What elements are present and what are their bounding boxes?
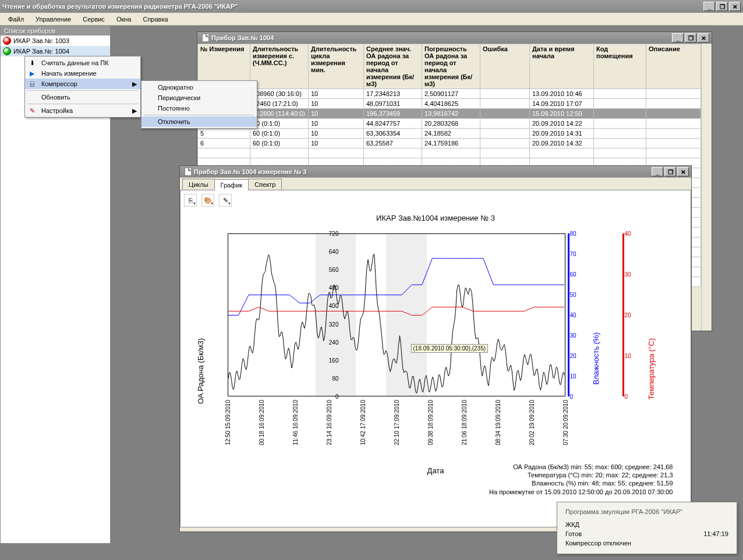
ctx-start-measure[interactable]: ▶Начать измерение: [25, 68, 140, 79]
menu-file[interactable]: Файл: [2, 15, 30, 24]
device-label: ИКАР Зав.№: 1004: [13, 48, 69, 55]
ctx-disable[interactable]: Отключить: [141, 116, 257, 127]
table-row[interactable]: 3412800 (114:40:0)10196,37345913,9816742…: [198, 109, 701, 119]
y3-tick-label: 30: [625, 271, 631, 278]
table-row[interactable]: 262460 (17:21:0)1048,09710314,4041862514…: [198, 99, 701, 109]
separator: [144, 115, 254, 115]
x-tick-label: 11:46 16:09:2010: [292, 400, 298, 445]
close-button[interactable]: ✕: [729, 2, 741, 11]
submenu-arrow-icon: ▶: [132, 80, 137, 88]
table-header[interactable]: Среднее знач. ОА радона за период от нач…: [364, 44, 422, 89]
ctx-once[interactable]: Однократно: [141, 82, 257, 93]
app-title: Чтение и обработка результатов измерения…: [2, 3, 703, 10]
y-tick-label: 720: [329, 231, 339, 237]
table-cell: 10: [309, 89, 364, 99]
table-header[interactable]: Длительность измерения с. (Ч.ММ.СС.): [250, 44, 309, 89]
y-right1-label: Влажность (%): [592, 332, 600, 385]
download-icon: ⬇: [27, 59, 37, 67]
chart-tooltip: (18.09.2010 05:30:00),(235): [411, 344, 489, 353]
close-button[interactable]: ✕: [677, 167, 689, 176]
table-header[interactable]: Погрешность ОА радона за период от начал…: [422, 44, 480, 89]
menu-windows[interactable]: Окна: [111, 15, 137, 24]
plot-area[interactable]: [228, 233, 565, 396]
table-cell: [480, 89, 530, 99]
table-cell: [594, 139, 646, 148]
device-list-item[interactable]: ИКАР Зав.№: 1003: [1, 36, 110, 46]
table-cell: 48,0971031: [364, 99, 422, 109]
table-header[interactable]: Ошибка: [480, 44, 530, 89]
table-header[interactable]: Код помещения: [594, 44, 646, 89]
ctx-periodic[interactable]: Периодически: [141, 93, 257, 103]
table-cell: 24,18582: [422, 129, 480, 139]
maximize-button[interactable]: ❐: [664, 167, 676, 176]
ctx-read-data[interactable]: ⬇Считать данные на ПК: [25, 58, 140, 68]
y3-tick-label: 0: [625, 394, 628, 400]
ctx-constant[interactable]: Постоянно: [141, 103, 257, 114]
table-cell: 60 (0:1:0): [250, 139, 309, 148]
tb-config-button[interactable]: ⎘: [184, 194, 197, 207]
app-titlebar[interactable]: Чтение и обработка результатов измерения…: [0, 0, 743, 13]
device-label: ИКАР Зав.№: 1003: [13, 37, 69, 44]
minimize-button[interactable]: _: [672, 33, 684, 42]
table-cell: 412800 (114:40:0): [250, 109, 309, 119]
maximize-button[interactable]: ❐: [685, 33, 696, 42]
minimize-button[interactable]: _: [652, 167, 663, 176]
chart-window-titlebar[interactable]: Прибор Зав.№ 1004 измерение № 3 _ ❐ ✕: [180, 166, 691, 178]
table-cell: 10: [309, 109, 364, 119]
tab-cycles[interactable]: Циклы: [182, 179, 215, 190]
table-row[interactable]: 560 (0:1:0)1063,306335424,1858220.09.201…: [198, 129, 701, 139]
table-header[interactable]: Описание: [646, 44, 701, 89]
table-cell: 63,3063354: [364, 129, 422, 139]
ctx-refresh[interactable]: Обновить: [25, 92, 140, 102]
y-tick-label: 0: [335, 394, 339, 400]
table-cell: 10: [309, 129, 364, 139]
ctx-settings[interactable]: ✎Настройка▶: [25, 105, 140, 116]
compressor-submenu: Однократно Периодически Постоянно Отключ…: [141, 80, 257, 129]
table-header[interactable]: Дата и время начала: [530, 44, 594, 89]
table-cell: [594, 99, 646, 109]
ctx-compressor[interactable]: ⌸Компрессор▶: [25, 79, 140, 89]
table-cell: 196,373459: [364, 109, 422, 119]
y2-tick-label: 60: [570, 271, 576, 278]
table-cell: [594, 89, 646, 99]
scrollbar[interactable]: [701, 44, 712, 331]
x-tick-label: 10:42 17:09:2010: [359, 400, 366, 445]
table-row[interactable]: 660 (0:1:0)1063,2558724,175918620.09.201…: [198, 139, 701, 148]
table-row[interactable]: [198, 148, 701, 158]
table-cell: 6: [198, 139, 250, 148]
tb-palette-button[interactable]: 🎨: [201, 194, 214, 207]
table-cell: 44,8247757: [364, 119, 422, 129]
table-cell: 13,9816742: [422, 109, 480, 119]
status-balloon[interactable]: Программа эмуляции РГА-2006 "ИКАР" ЖКД Г…: [557, 502, 737, 554]
y-tick-label: 240: [329, 339, 339, 345]
chart-stats: ОА Радона (Бк/м3) min: 55; max: 600; сре…: [489, 463, 673, 496]
y-right1-axis-icon: [568, 233, 569, 396]
menu-service[interactable]: Сервис: [77, 15, 111, 24]
table-cell: 62460 (17:21:0): [250, 99, 309, 109]
status-ok-icon: [3, 47, 11, 55]
document-icon: [185, 168, 192, 176]
tab-spectrum[interactable]: Спектр: [248, 179, 282, 190]
tab-graph[interactable]: График: [214, 179, 249, 190]
device-list-item[interactable]: ИКАР Зав.№: 1004: [1, 46, 110, 56]
maximize-button[interactable]: ❐: [716, 2, 728, 11]
table-row[interactable]: 460 (0:1:0)1044,824775720,280326820.09.2…: [198, 119, 701, 129]
x-tick-label: 09:38 18:09:2010: [427, 400, 433, 445]
table-window-titlebar[interactable]: Прибор Зав.№ 1004 _ ❐ ✕: [197, 32, 712, 44]
table-cell: [594, 109, 646, 119]
close-button[interactable]: ✕: [698, 33, 709, 42]
minimize-button[interactable]: _: [703, 2, 715, 11]
table-cell: [646, 129, 701, 139]
table-row[interactable]: 1108960 (30:16:0)1017,23482132,509011271…: [198, 89, 701, 99]
table-cell: 63,25587: [364, 139, 422, 148]
table-cell: 24,1759186: [422, 139, 480, 148]
table-cell: 60 (0:1:0): [250, 119, 309, 129]
chart-window: Прибор Зав.№ 1004 измерение № 3 _ ❐ ✕ Ци…: [179, 165, 692, 532]
mdi-area: Список приборов ИКАР Зав.№: 1003 ИКАР За…: [0, 26, 743, 560]
tb-tools-button[interactable]: ✎: [219, 194, 232, 207]
menu-control[interactable]: Управление: [30, 15, 77, 24]
table-header[interactable]: Длительность цикла измерения мин.: [309, 44, 364, 89]
menu-help[interactable]: Справка: [137, 15, 174, 24]
table-cell: [480, 139, 530, 148]
chart-tabs: Циклы График Спектр: [182, 178, 691, 190]
